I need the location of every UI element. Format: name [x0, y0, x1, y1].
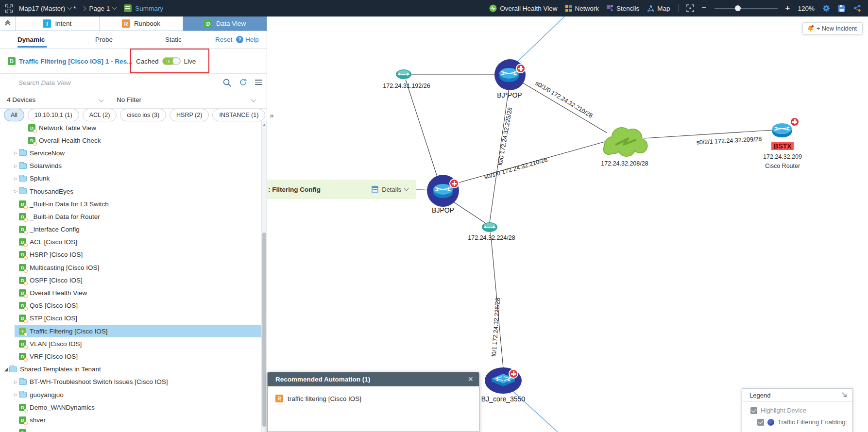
chevron-down-icon[interactable]	[99, 98, 104, 102]
help-button[interactable]: Help	[245, 36, 259, 43]
tree-item[interactable]: DOSPF [Cisco IOS]	[0, 274, 261, 286]
tree-folder[interactable]: ▷BT-WH-Troubleshoot Switch Issues [Cisco…	[0, 376, 261, 388]
data-view-config-bar[interactable]: : Filtering Config Details	[267, 180, 416, 199]
chevron-right-icon[interactable]: ▷	[13, 150, 19, 155]
chip-instance[interactable]: INSTANCE (1)	[212, 109, 265, 121]
chip-acl[interactable]: ACL (2)	[83, 109, 117, 121]
tree-item[interactable]: DOverall Health View	[0, 286, 261, 299]
search-button[interactable]	[222, 78, 232, 89]
tree-scrollbar[interactable]: ▲	[261, 121, 267, 432]
chip-cisco-ios[interactable]: cisco ios (3)	[120, 109, 166, 121]
new-incident-button[interactable]: + New Incident	[802, 22, 863, 34]
device-label[interactable]: BJ_core_3550	[469, 395, 537, 403]
subtab-dynamic[interactable]: Dynamic	[17, 36, 45, 43]
overall-health-view-button[interactable]: Overall Health View	[489, 4, 557, 12]
tree-item[interactable]: DMulticasting [Cisco IOS]	[0, 261, 261, 274]
scroll-up-arrow[interactable]: ▲	[262, 123, 267, 126]
tree-item[interactable]: DDemo_WANDynamics	[0, 401, 261, 414]
tree-item[interactable]: DSTP [Cisco IOS]	[0, 312, 261, 325]
chip-all[interactable]: All	[4, 109, 24, 121]
applied-data-view-link[interactable]: Traffic Filtering [Cisco IOS] 1 - Res...	[19, 58, 132, 65]
panel-header[interactable]: Recommended Automation (1) ×	[268, 372, 479, 386]
tree-item[interactable]: DOverall Health Check	[0, 134, 261, 147]
chip-hsrp[interactable]: HSRP (2)	[170, 109, 209, 121]
tree-item[interactable]: DNetwork Table View	[0, 121, 261, 134]
tree-item[interactable]: D_Built-in Data for L3 Switch	[0, 198, 261, 210]
toggle-knob[interactable]	[172, 57, 180, 65]
view-options-button[interactable]	[255, 80, 262, 86]
lan-segment-icon[interactable]	[395, 69, 412, 80]
zoom-out-button[interactable]: −	[702, 5, 707, 12]
zoom-slider[interactable]	[715, 8, 778, 9]
page-selector[interactable]: Page 1	[89, 5, 117, 12]
chevron-right-icon[interactable]: ▷	[13, 176, 19, 181]
expand-map-icon[interactable]	[5, 4, 13, 13]
tree-item-partial[interactable]: D	[0, 427, 261, 432]
tree-item[interactable]: DACL [Cisco IOS]	[0, 236, 261, 249]
zoom-slider-handle[interactable]	[735, 5, 741, 11]
device-label[interactable]: BSTX	[749, 142, 817, 150]
share-button[interactable]	[853, 4, 861, 12]
cloud-icon[interactable]	[600, 122, 648, 157]
refresh-button[interactable]	[239, 78, 247, 88]
tree-folder[interactable]: ▷Solarwinds	[0, 160, 261, 172]
traffic-filtering-checkbox[interactable]	[757, 419, 764, 426]
chevron-right-icon[interactable]: ▷	[13, 392, 19, 397]
tree-item[interactable]: DQoS [Cisco IOS]	[0, 299, 261, 312]
subtab-probe[interactable]: Probe	[95, 36, 113, 43]
chevron-right-icon[interactable]: ▷	[13, 164, 19, 168]
alert-badge[interactable]	[449, 179, 459, 188]
stencils-button[interactable]: Stencils	[607, 5, 639, 12]
search-input[interactable]	[18, 77, 203, 88]
reset-button[interactable]: Reset	[215, 36, 232, 43]
device-label[interactable]: BJ*POP	[485, 91, 534, 99]
cached-live-toggle[interactable]	[162, 57, 181, 65]
tab-intent[interactable]: I Intent	[16, 17, 100, 31]
summary-button[interactable]: Summary	[135, 5, 163, 12]
subtab-static[interactable]: Static	[165, 36, 182, 43]
fit-to-screen-button[interactable]	[686, 4, 694, 12]
collapse-panel-button[interactable]	[0, 17, 16, 31]
save-button[interactable]	[838, 4, 846, 12]
automation-item[interactable]: R traffic filtering [Cisco IOS]	[268, 386, 479, 402]
chevron-right-icon[interactable]: ▷	[13, 189, 19, 194]
tree-folder[interactable]: ▷ServiceNow	[0, 147, 261, 159]
tree-item[interactable]: D_Interface Config	[0, 223, 261, 236]
tree-folder-expanded[interactable]: ◢Shared Templates in Tenant	[0, 363, 261, 376]
alert-badge[interactable]	[516, 64, 526, 73]
filter-dropdown[interactable]: No Filter	[117, 96, 141, 103]
map-canvas[interactable]: 172.24.31.192/26 s0/1/0 172.24.32.210/28…	[267, 17, 868, 432]
tree-folder[interactable]: ▷ThousandEyes	[0, 185, 261, 198]
alert-badge[interactable]	[790, 117, 800, 127]
chevron-right-icon[interactable]: ▷	[13, 380, 19, 384]
lan-segment-icon[interactable]	[481, 222, 498, 233]
tree-folder[interactable]: ▷guoyangjuo	[0, 388, 261, 401]
settings-button[interactable]	[822, 4, 830, 12]
tab-runbook[interactable]: R Runbook	[100, 17, 184, 31]
zoom-in-button[interactable]: +	[785, 5, 790, 12]
more-chips-button[interactable]: »	[270, 111, 273, 119]
tree-item[interactable]: DVLAN [Cisco IOS]	[0, 337, 261, 350]
chevron-expanded-icon[interactable]: ◢	[3, 366, 9, 372]
expand-legend-icon[interactable]	[841, 391, 848, 399]
close-icon[interactable]: ×	[468, 374, 473, 384]
devices-dropdown[interactable]: 4 Devices	[7, 96, 35, 103]
scrollbar-thumb[interactable]	[262, 233, 266, 427]
tab-data-view[interactable]: D Data View	[183, 17, 267, 31]
chevron-down-icon[interactable]	[251, 98, 256, 102]
chevron-down-icon[interactable]	[404, 186, 409, 191]
network-button[interactable]: Network	[565, 5, 599, 12]
details-button[interactable]: Details	[372, 186, 416, 193]
help-icon[interactable]: ?	[236, 36, 243, 43]
map-button[interactable]: Map	[647, 5, 670, 12]
device-label[interactable]: BJPOP	[419, 206, 467, 214]
tree-item[interactable]: Dshver	[0, 414, 261, 426]
highlight-device-checkbox[interactable]	[750, 407, 757, 414]
map-title-selector[interactable]: Map17 (Master)	[19, 5, 71, 12]
tree-item[interactable]: D_Built-in Data for Router	[0, 210, 261, 223]
tree-folder[interactable]: ▷Splunk	[0, 172, 261, 185]
chip-ip[interactable]: 10.10.10.1 (1)	[28, 109, 79, 121]
tree-item[interactable]: DVRF [Cisco IOS]	[0, 350, 261, 363]
tree-item-selected[interactable]: ▼Traffic Filtering [Cisco IOS]	[15, 325, 261, 337]
tree-item[interactable]: DHSRP [Cisco IOS]	[0, 249, 261, 261]
